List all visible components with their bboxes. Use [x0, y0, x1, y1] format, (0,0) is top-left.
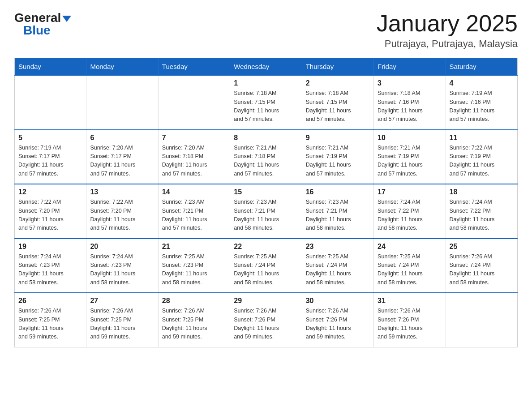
day-number: 2 [306, 79, 370, 87]
day-info: Sunrise: 7:21 AM Sunset: 7:19 PM Dayligh… [378, 144, 442, 179]
day-number: 24 [378, 243, 442, 251]
day-number: 11 [450, 134, 514, 142]
calendar-cell [446, 293, 517, 347]
calendar-cell: 17Sunrise: 7:24 AM Sunset: 7:22 PM Dayli… [374, 184, 446, 239]
calendar-cell: 27Sunrise: 7:26 AM Sunset: 7:25 PM Dayli… [86, 293, 158, 347]
day-info: Sunrise: 7:26 AM Sunset: 7:26 PM Dayligh… [378, 307, 442, 342]
calendar-cell [15, 75, 86, 130]
logo: General Blue [14, 11, 71, 38]
day-info: Sunrise: 7:20 AM Sunset: 7:18 PM Dayligh… [162, 144, 226, 179]
calendar-cell: 24Sunrise: 7:25 AM Sunset: 7:24 PM Dayli… [374, 239, 446, 293]
calendar-cell: 26Sunrise: 7:26 AM Sunset: 7:25 PM Dayli… [15, 293, 86, 347]
calendar-cell: 22Sunrise: 7:25 AM Sunset: 7:24 PM Dayli… [230, 239, 302, 293]
day-number: 6 [90, 134, 154, 142]
calendar-cell: 31Sunrise: 7:26 AM Sunset: 7:26 PM Dayli… [374, 293, 446, 347]
calendar-cell: 5Sunrise: 7:19 AM Sunset: 7:17 PM Daylig… [15, 130, 86, 184]
calendar-week-3: 12Sunrise: 7:22 AM Sunset: 7:20 PM Dayli… [15, 184, 518, 239]
day-info: Sunrise: 7:25 AM Sunset: 7:24 PM Dayligh… [234, 253, 298, 287]
day-number: 22 [234, 243, 298, 251]
day-number: 12 [18, 188, 82, 196]
calendar-cell: 21Sunrise: 7:25 AM Sunset: 7:23 PM Dayli… [158, 239, 230, 293]
day-info: Sunrise: 7:25 AM Sunset: 7:23 PM Dayligh… [162, 253, 226, 287]
logo-blue-text: Blue [14, 23, 51, 38]
day-number: 31 [378, 297, 442, 305]
day-info: Sunrise: 7:24 AM Sunset: 7:22 PM Dayligh… [378, 198, 442, 233]
day-number: 3 [378, 79, 442, 87]
day-info: Sunrise: 7:26 AM Sunset: 7:25 PM Dayligh… [90, 307, 154, 342]
calendar-cell: 2Sunrise: 7:18 AM Sunset: 7:15 PM Daylig… [302, 75, 373, 130]
day-number: 7 [162, 134, 226, 142]
day-number: 17 [378, 188, 442, 196]
day-number: 9 [306, 134, 370, 142]
calendar-table: SundayMondayTuesdayWednesdayThursdayFrid… [14, 58, 518, 347]
day-info: Sunrise: 7:26 AM Sunset: 7:25 PM Dayligh… [162, 307, 226, 342]
day-info: Sunrise: 7:25 AM Sunset: 7:24 PM Dayligh… [378, 253, 442, 287]
day-number: 10 [378, 134, 442, 142]
calendar-cell: 6Sunrise: 7:20 AM Sunset: 7:17 PM Daylig… [86, 130, 158, 184]
calendar-cell: 23Sunrise: 7:25 AM Sunset: 7:24 PM Dayli… [302, 239, 373, 293]
calendar-cell: 8Sunrise: 7:21 AM Sunset: 7:18 PM Daylig… [230, 130, 302, 184]
calendar-cell: 15Sunrise: 7:23 AM Sunset: 7:21 PM Dayli… [230, 184, 302, 239]
logo-triangle-icon [62, 16, 71, 22]
day-info: Sunrise: 7:26 AM Sunset: 7:24 PM Dayligh… [450, 253, 514, 287]
day-number: 18 [450, 188, 514, 196]
calendar-title: January 2025 [377, 11, 518, 36]
day-info: Sunrise: 7:22 AM Sunset: 7:20 PM Dayligh… [90, 198, 154, 233]
day-info: Sunrise: 7:20 AM Sunset: 7:17 PM Dayligh… [90, 144, 154, 179]
day-info: Sunrise: 7:18 AM Sunset: 7:16 PM Dayligh… [378, 89, 442, 124]
day-number: 19 [18, 243, 82, 251]
calendar-cell: 19Sunrise: 7:24 AM Sunset: 7:23 PM Dayli… [15, 239, 86, 293]
header-tuesday: Tuesday [158, 58, 230, 76]
day-number: 14 [162, 188, 226, 196]
day-info: Sunrise: 7:26 AM Sunset: 7:26 PM Dayligh… [234, 307, 298, 342]
page-header: General Blue January 2025 Putrajaya, Put… [14, 11, 518, 50]
day-number: 8 [234, 134, 298, 142]
day-number: 23 [306, 243, 370, 251]
calendar-week-2: 5Sunrise: 7:19 AM Sunset: 7:17 PM Daylig… [15, 130, 518, 184]
day-info: Sunrise: 7:19 AM Sunset: 7:17 PM Dayligh… [18, 144, 82, 179]
day-info: Sunrise: 7:22 AM Sunset: 7:20 PM Dayligh… [18, 198, 82, 233]
day-info: Sunrise: 7:26 AM Sunset: 7:25 PM Dayligh… [18, 307, 82, 342]
calendar-cell [158, 75, 230, 130]
day-number: 5 [18, 134, 82, 142]
day-number: 20 [90, 243, 154, 251]
calendar-cell: 14Sunrise: 7:23 AM Sunset: 7:21 PM Dayli… [158, 184, 230, 239]
day-number: 26 [18, 297, 82, 305]
day-number: 30 [306, 297, 370, 305]
calendar-week-4: 19Sunrise: 7:24 AM Sunset: 7:23 PM Dayli… [15, 239, 518, 293]
calendar-week-1: 1Sunrise: 7:18 AM Sunset: 7:15 PM Daylig… [15, 75, 518, 130]
calendar-cell: 30Sunrise: 7:26 AM Sunset: 7:26 PM Dayli… [302, 293, 373, 347]
calendar-subtitle: Putrajaya, Putrajaya, Malaysia [377, 38, 518, 50]
calendar-cell: 4Sunrise: 7:19 AM Sunset: 7:16 PM Daylig… [446, 75, 517, 130]
header-thursday: Thursday [302, 58, 373, 76]
calendar-cell: 28Sunrise: 7:26 AM Sunset: 7:25 PM Dayli… [158, 293, 230, 347]
calendar-cell: 3Sunrise: 7:18 AM Sunset: 7:16 PM Daylig… [374, 75, 446, 130]
calendar-cell: 11Sunrise: 7:22 AM Sunset: 7:19 PM Dayli… [446, 130, 517, 184]
header-wednesday: Wednesday [230, 58, 302, 76]
calendar-cell: 20Sunrise: 7:24 AM Sunset: 7:23 PM Dayli… [86, 239, 158, 293]
day-number: 28 [162, 297, 226, 305]
calendar-cell: 18Sunrise: 7:24 AM Sunset: 7:22 PM Dayli… [446, 184, 517, 239]
calendar-cell: 10Sunrise: 7:21 AM Sunset: 7:19 PM Dayli… [374, 130, 446, 184]
day-info: Sunrise: 7:21 AM Sunset: 7:18 PM Dayligh… [234, 144, 298, 179]
day-info: Sunrise: 7:24 AM Sunset: 7:23 PM Dayligh… [18, 253, 82, 287]
day-number: 25 [450, 243, 514, 251]
day-info: Sunrise: 7:23 AM Sunset: 7:21 PM Dayligh… [306, 198, 370, 233]
calendar-header-row: SundayMondayTuesdayWednesdayThursdayFrid… [15, 58, 518, 76]
calendar-cell [86, 75, 158, 130]
day-info: Sunrise: 7:21 AM Sunset: 7:19 PM Dayligh… [306, 144, 370, 179]
day-number: 4 [450, 79, 514, 87]
day-number: 1 [234, 79, 298, 87]
calendar-cell: 9Sunrise: 7:21 AM Sunset: 7:19 PM Daylig… [302, 130, 373, 184]
day-number: 29 [234, 297, 298, 305]
day-info: Sunrise: 7:23 AM Sunset: 7:21 PM Dayligh… [234, 198, 298, 233]
day-info: Sunrise: 7:22 AM Sunset: 7:19 PM Dayligh… [450, 144, 514, 179]
header-monday: Monday [86, 58, 158, 76]
day-info: Sunrise: 7:23 AM Sunset: 7:21 PM Dayligh… [162, 198, 226, 233]
day-number: 27 [90, 297, 154, 305]
day-info: Sunrise: 7:24 AM Sunset: 7:22 PM Dayligh… [450, 198, 514, 233]
calendar-cell: 1Sunrise: 7:18 AM Sunset: 7:15 PM Daylig… [230, 75, 302, 130]
day-number: 13 [90, 188, 154, 196]
calendar-cell: 25Sunrise: 7:26 AM Sunset: 7:24 PM Dayli… [446, 239, 517, 293]
day-info: Sunrise: 7:18 AM Sunset: 7:15 PM Dayligh… [234, 89, 298, 124]
